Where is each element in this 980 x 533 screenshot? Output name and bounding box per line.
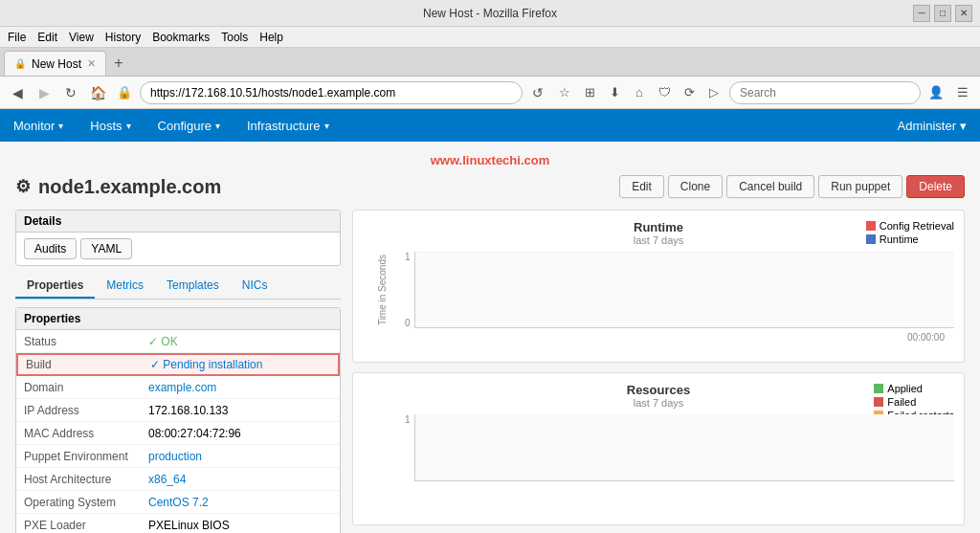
prop-row-pxe: PXE Loader PXELinux BIOS bbox=[16, 514, 340, 533]
page-header: ⚙ node1.example.com Edit Clone Cancel bu… bbox=[15, 175, 965, 198]
window-title-bar: New Host - Mozilla Firefox ─ □ ✕ bbox=[0, 0, 980, 27]
nav-administer[interactable]: Administer ▾ bbox=[884, 119, 980, 133]
left-panel: Details Audits YAML Properties Metrics T… bbox=[15, 210, 341, 533]
refresh-button[interactable]: ↻ bbox=[59, 81, 82, 104]
menu-icon[interactable]: ☰ bbox=[951, 81, 974, 104]
menu-file[interactable]: File bbox=[8, 31, 26, 44]
status-ok-icon: ✓ bbox=[148, 335, 161, 348]
refresh-icon[interactable]: ⟳ bbox=[678, 81, 701, 104]
shield-icon[interactable]: 🛡 bbox=[653, 81, 676, 104]
app-nav-left: Monitor ▾ Hosts ▾ Configure ▾ Infrastruc… bbox=[0, 109, 343, 142]
tab-properties[interactable]: Properties bbox=[15, 274, 95, 299]
prop-value-domain[interactable]: example.com bbox=[141, 378, 340, 397]
action-buttons: Edit Clone Cancel build Run puppet Delet… bbox=[619, 175, 965, 198]
pocket-icon[interactable]: ▷ bbox=[702, 81, 725, 104]
window-controls[interactable]: ─ □ ✕ bbox=[913, 5, 972, 22]
legend-applied: Applied bbox=[874, 383, 954, 394]
resources-chart: Resources last 7 days Applied Failed Fai… bbox=[352, 372, 965, 525]
menu-tools[interactable]: Tools bbox=[221, 31, 248, 44]
prop-value-build: ✓ Pending installation bbox=[143, 355, 338, 374]
prop-value-arch[interactable]: x86_64 bbox=[141, 470, 340, 489]
tab-new-host[interactable]: 🔒 New Host ✕ bbox=[4, 51, 106, 76]
bookmark-star-icon[interactable]: ☆ bbox=[553, 81, 576, 104]
tab-nics[interactable]: NICs bbox=[231, 274, 279, 299]
menu-help[interactable]: Help bbox=[259, 31, 283, 44]
config-retrieval-color bbox=[866, 221, 876, 231]
prop-label-mac: MAC Address bbox=[16, 424, 141, 443]
nav-infrastructure[interactable]: Infrastructure ▾ bbox=[234, 109, 343, 142]
hosts-caret: ▾ bbox=[126, 121, 131, 131]
details-buttons: Audits YAML bbox=[16, 233, 340, 265]
tab-metrics[interactable]: Metrics bbox=[95, 274, 155, 299]
home-icon[interactable]: ⌂ bbox=[628, 81, 651, 104]
prop-row-ip: IP Address 172.168.10.133 bbox=[16, 399, 340, 422]
nav-hosts[interactable]: Hosts ▾ bbox=[77, 109, 144, 142]
cancel-build-button[interactable]: Cancel build bbox=[726, 175, 814, 198]
download-icon[interactable]: ⬇ bbox=[603, 81, 626, 104]
main-layout: Details Audits YAML Properties Metrics T… bbox=[15, 210, 965, 533]
new-tab-button[interactable]: + bbox=[106, 51, 131, 76]
runtime-y-min: 0 bbox=[405, 318, 411, 328]
address-bar: ◀ ▶ ↻ 🏠 🔒 ↺ ☆ ⊞ ⬇ ⌂ 🛡 ⟳ ▷ 👤 ☰ bbox=[0, 77, 980, 109]
failed-color bbox=[874, 397, 883, 407]
page-title: ⚙ node1.example.com bbox=[15, 176, 221, 198]
bookmark-icon[interactable]: ⊞ bbox=[578, 81, 601, 104]
prop-label-puppet-env: Puppet Environment bbox=[16, 447, 141, 466]
menu-view[interactable]: View bbox=[69, 31, 94, 44]
run-puppet-button[interactable]: Run puppet bbox=[818, 175, 902, 198]
yaml-button[interactable]: YAML bbox=[80, 238, 132, 259]
config-retrieval-label: Config Retrieval bbox=[880, 220, 954, 232]
prop-label-ip: IP Address bbox=[16, 401, 141, 420]
runtime-chart-legend: Config Retrieval Runtime bbox=[866, 220, 954, 247]
search-input[interactable] bbox=[729, 81, 921, 104]
tab-bar: 🔒 New Host ✕ + bbox=[0, 48, 980, 77]
prop-row-domain: Domain example.com bbox=[16, 376, 340, 399]
resources-chart-subtitle: last 7 days bbox=[363, 397, 954, 409]
prop-value-puppet-env[interactable]: production bbox=[141, 447, 340, 466]
details-box: Details Audits YAML bbox=[15, 210, 341, 266]
menu-history[interactable]: History bbox=[105, 31, 141, 44]
prop-value-mac: 08:00:27:04:72:96 bbox=[141, 424, 340, 443]
configure-caret: ▾ bbox=[215, 121, 220, 131]
forward-button[interactable]: ▶ bbox=[33, 81, 56, 104]
prop-value-os[interactable]: CentOS 7.2 bbox=[141, 493, 340, 512]
minimize-button[interactable]: ─ bbox=[913, 5, 930, 22]
delete-button[interactable]: Delete bbox=[906, 175, 965, 198]
prop-label-arch: Host Architecture bbox=[16, 470, 141, 489]
tab-close-button[interactable]: ✕ bbox=[87, 57, 96, 70]
url-input[interactable] bbox=[140, 81, 523, 104]
properties-header: Properties bbox=[16, 308, 340, 330]
prop-label-os: Operating System bbox=[16, 493, 141, 512]
maximize-button[interactable]: □ bbox=[934, 5, 951, 22]
properties-section: Properties Status ✓ OK Build ✓ Pending i… bbox=[15, 307, 341, 533]
watermark: www.linuxtechi.com bbox=[15, 153, 965, 167]
reload-button[interactable]: ↺ bbox=[526, 81, 549, 104]
prop-row-mac: MAC Address 08:00:27:04:72:96 bbox=[16, 422, 340, 445]
nav-monitor[interactable]: Monitor ▾ bbox=[0, 109, 77, 142]
prop-row-arch: Host Architecture x86_64 bbox=[16, 468, 340, 491]
edit-button[interactable]: Edit bbox=[619, 175, 664, 198]
host-icon: ⚙ bbox=[15, 176, 31, 197]
applied-label: Applied bbox=[887, 383, 923, 394]
audits-button[interactable]: Audits bbox=[24, 238, 77, 259]
runtime-chart: Runtime last 7 days Config Retrieval Run… bbox=[352, 210, 965, 363]
back-button[interactable]: ◀ bbox=[6, 81, 29, 104]
menu-edit[interactable]: Edit bbox=[37, 31, 57, 44]
page-content: www.linuxtechi.com ⚙ node1.example.com E… bbox=[0, 142, 980, 533]
prop-label-build: Build bbox=[18, 355, 143, 374]
runtime-y-label: Time in Seconds bbox=[377, 255, 388, 325]
tab-templates[interactable]: Templates bbox=[155, 274, 231, 299]
clone-button[interactable]: Clone bbox=[668, 175, 723, 198]
account-icon[interactable]: 👤 bbox=[924, 81, 947, 104]
prop-value-ip: 172.168.10.133 bbox=[141, 401, 340, 420]
tab-favicon: 🔒 bbox=[14, 58, 26, 69]
build-pending-icon: ✓ bbox=[150, 358, 163, 371]
right-panel: Runtime last 7 days Config Retrieval Run… bbox=[352, 210, 965, 533]
legend-config-retrieval: Config Retrieval bbox=[866, 220, 954, 232]
home-button[interactable]: 🏠 bbox=[86, 81, 109, 104]
close-button[interactable]: ✕ bbox=[955, 5, 972, 22]
toolbar-icons: ☆ ⊞ ⬇ ⌂ 🛡 ⟳ ▷ bbox=[553, 81, 725, 104]
nav-configure[interactable]: Configure ▾ bbox=[145, 109, 234, 142]
applied-color bbox=[874, 384, 883, 393]
menu-bookmarks[interactable]: Bookmarks bbox=[152, 31, 210, 44]
